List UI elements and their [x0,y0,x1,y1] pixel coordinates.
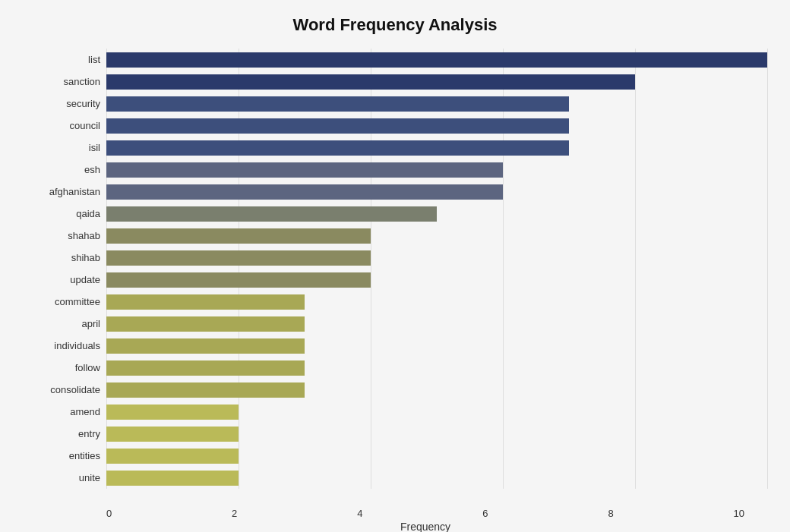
bar-april [106,316,305,332]
bar-row-entry [106,424,767,444]
grid-line-2 [239,49,239,489]
bar-esh [106,162,503,178]
y-label-shahab: shahab [68,226,100,246]
chart-title: Word Frequency Analysis [23,15,767,35]
bar-row-committee [106,292,767,312]
x-tick-6: 6 [482,508,488,519]
x-tick-2: 2 [232,508,237,519]
bar-council [106,118,569,134]
y-label-list: list [88,50,100,70]
x-axis-label: Frequency [106,521,744,532]
bar-committee [106,294,305,310]
y-label-amend: amend [70,402,100,422]
bar-row-security [106,94,767,114]
y-label-unite: unite [79,468,100,488]
bar-follow [106,360,305,376]
bar-row-esh [106,160,767,180]
bar-entry [106,427,239,442]
bar-security [106,96,569,112]
grid-line-4 [371,49,371,489]
bar-row-unite [106,468,767,488]
y-label-update: update [70,270,100,290]
chart-area: listsanctionsecuritycouncilisileshafghan… [23,49,767,489]
bar-row-sanction [106,72,767,92]
grid-line-6 [503,49,504,489]
bar-update [106,272,371,288]
grid-line-8 [635,49,636,489]
bar-individuals [106,338,305,354]
bars-area [106,49,767,489]
y-label-qaida: qaida [76,204,100,224]
bar-shihab [106,250,371,266]
bar-unite [106,471,239,486]
y-label-consolidate: consolidate [50,380,100,400]
x-tick-0: 0 [106,508,112,519]
y-label-isil: isil [89,138,100,158]
bar-afghanistan [106,184,503,200]
grid-line-10 [767,49,768,489]
bar-row-individuals [106,336,767,356]
y-label-esh: esh [84,160,100,180]
chart-container: Word Frequency Analysis listsanctionsecu… [0,0,790,532]
bar-row-entities [106,446,767,466]
y-label-afghanistan: afghanistan [49,182,100,202]
y-axis: listsanctionsecuritycouncilisileshafghan… [23,49,106,489]
y-label-shihab: shihab [71,248,100,268]
y-label-individuals: individuals [54,336,100,356]
bar-row-shahab [106,226,767,246]
bar-isil [106,140,569,156]
bar-row-list [106,50,767,70]
y-label-follow: follow [75,358,100,378]
bar-qaida [106,206,437,222]
y-label-april: april [81,314,100,334]
y-label-sanction: sanction [64,72,100,92]
y-label-entry: entry [78,424,100,444]
grid-line-0 [106,49,107,489]
bar-row-consolidate [106,380,767,400]
x-tick-10: 10 [733,508,744,519]
bar-entities [106,449,239,464]
bar-row-isil [106,138,767,158]
bar-row-afghanistan [106,182,767,202]
bar-row-qaida [106,204,767,224]
bar-consolidate [106,382,305,398]
y-label-committee: committee [55,292,100,312]
bar-row-follow [106,358,767,378]
bar-shahab [106,228,371,244]
y-label-security: security [66,94,100,114]
x-tick-8: 8 [608,508,613,519]
x-axis: 0246810 [106,505,744,519]
bar-row-update [106,270,767,290]
bar-row-council [106,116,767,136]
y-label-entities: entities [69,446,100,466]
bar-row-amend [106,402,767,422]
bar-sanction [106,74,635,90]
bar-row-april [106,314,767,334]
bar-list [106,52,767,68]
bar-amend [106,405,239,420]
y-label-council: council [70,116,100,136]
x-tick-4: 4 [357,508,362,519]
bar-row-shihab [106,248,767,268]
